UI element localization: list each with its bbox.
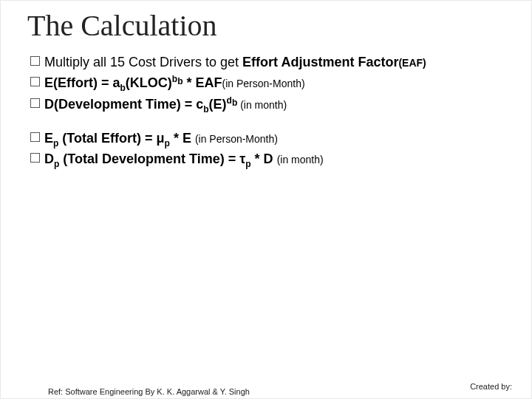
- text-small: (in Person-Month): [195, 133, 278, 145]
- bullet-item: E(Effort) = ab(KLOC)bb * EAF(in Person-M…: [30, 74, 506, 92]
- bullet-item: D(Development Time) = cb(E)db (in month): [30, 95, 506, 113]
- slide-title: The Calculation: [27, 8, 506, 43]
- bullet-item: Dp (Total Development Time) = τp * D (in…: [30, 150, 506, 168]
- bullet-item: Multiply all 15 Cost Drivers to get Effo…: [30, 53, 506, 71]
- text-bold: (KLOC): [126, 75, 172, 90]
- bullet-text: Multiply all 15 Cost Drivers to get Effo…: [44, 53, 426, 71]
- text-bold: Effort Adjustment Factor: [242, 55, 398, 69]
- text-small: (EAF): [398, 57, 426, 69]
- slide: The Calculation Multiply all 15 Cost Dri…: [1, 1, 532, 399]
- text-small: (in month): [277, 154, 324, 166]
- superscript: db: [227, 95, 238, 106]
- footer-reference: Ref: Software Engineering By K. K. Aggar…: [48, 387, 250, 397]
- text-bold: * E: [170, 131, 195, 146]
- checkbox-icon: [30, 77, 40, 86]
- footer-author: Created by:: [470, 382, 512, 391]
- text-bold: E(Effort) = a: [44, 75, 120, 90]
- superscript: bb: [172, 74, 183, 84]
- bullet-text: E(Effort) = ab(KLOC)bb * EAF(in Person-M…: [44, 74, 305, 92]
- text-bold: (Total Development Time) = τ: [59, 151, 245, 166]
- text-small: (in month): [237, 99, 287, 111]
- slide-body: Multiply all 15 Cost Drivers to get Effo…: [30, 53, 506, 168]
- checkbox-icon: [30, 153, 40, 163]
- text-bold: (E): [209, 97, 227, 112]
- text-bold: D: [44, 151, 54, 166]
- text-bold: (Total Effort) = μ: [58, 131, 164, 146]
- text-fragment: Multiply all 15 Cost Drivers to get: [44, 55, 242, 69]
- subscript: b: [203, 103, 208, 114]
- bullet-text: D(Development Time) = cb(E)db (in month): [44, 95, 287, 113]
- subscript: p: [165, 137, 170, 148]
- checkbox-icon: [30, 98, 40, 108]
- bullet-text: Ep (Total Effort) = μp * E (in Person-Mo…: [44, 129, 278, 147]
- checkbox-icon: [30, 56, 40, 66]
- text-bold: E: [44, 131, 53, 146]
- text-bold: * D: [251, 151, 277, 166]
- text-fragment: d: [227, 95, 232, 106]
- text-bold: D(Development Time) = c: [44, 97, 203, 112]
- subscript: b: [120, 83, 126, 93]
- text-bold: * EAF: [183, 75, 222, 90]
- subscript: b: [177, 77, 183, 87]
- subscript: p: [245, 159, 250, 169]
- text-small: (in Person-Month): [222, 78, 305, 89]
- bullet-item: Ep (Total Effort) = μp * E (in Person-Mo…: [30, 129, 506, 147]
- bullet-text: Dp (Total Development Time) = τp * D (in…: [44, 150, 324, 168]
- checkbox-icon: [30, 132, 40, 142]
